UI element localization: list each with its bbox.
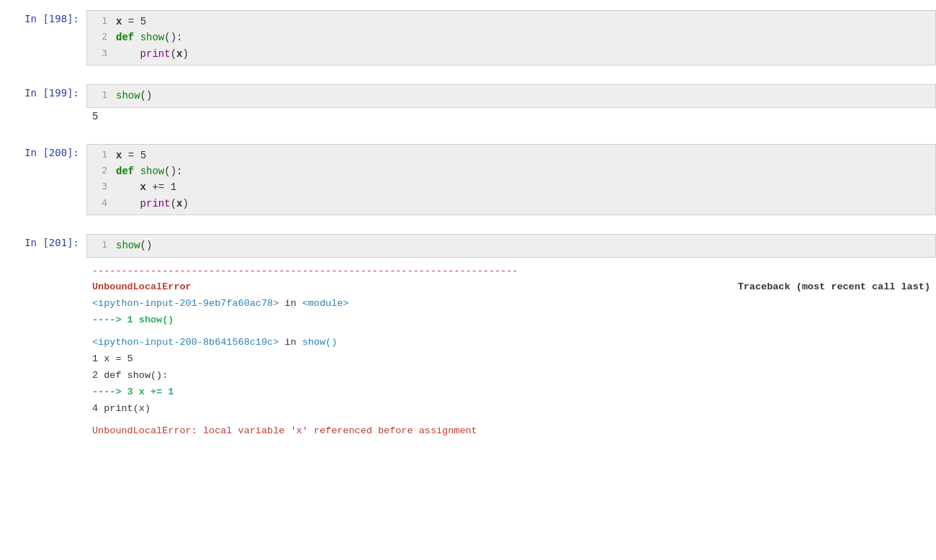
notebook: In [198]: 1 x = 5 2 def show(): 3 print(… xyxy=(0,7,936,560)
tb-line-2-text: 2 def show(): xyxy=(92,370,168,381)
error-link-2: <ipython-input-200-8b641568c19c> xyxy=(92,337,279,348)
cell-label-198: In [198]: xyxy=(0,10,86,24)
cell-198: In [198]: 1 x = 5 2 def show(): 3 print(… xyxy=(0,7,936,68)
line-num: 2 xyxy=(93,30,107,45)
code-line: 1 x = 5 xyxy=(93,148,930,163)
line-num: 1 xyxy=(93,88,107,103)
in-text-1: in xyxy=(279,298,302,309)
spacer xyxy=(0,76,936,81)
code-text: show() xyxy=(116,238,152,253)
error-type-label: UnboundLocalError xyxy=(92,279,192,296)
code-line: 3 x += 1 xyxy=(93,179,930,195)
code-text: x = 5 xyxy=(116,14,146,30)
line-num: 1 xyxy=(93,14,107,29)
code-line: 2 def show(): xyxy=(93,30,930,45)
tb-arrow-text: ----> 3 x += 1 xyxy=(92,387,174,397)
code-block-198[interactable]: 1 x = 5 2 def show(): 3 print(x) xyxy=(86,10,936,66)
code-text: print(x) xyxy=(116,46,189,62)
cell-content-198: 1 x = 5 2 def show(): 3 print(x) xyxy=(86,10,936,66)
line-num: 1 xyxy=(93,148,107,163)
code-block-200[interactable]: 1 x = 5 2 def show(): 3 x += 1 4 print(x… xyxy=(86,144,936,216)
show-func-label: show() xyxy=(302,337,338,348)
error-header: UnboundLocalError Traceback (most recent… xyxy=(92,279,930,296)
tb-line-2: 2 def show(): xyxy=(92,368,930,384)
code-line: 2 def show(): xyxy=(93,163,930,179)
code-line: 1 show() xyxy=(93,238,930,253)
code-text: x += 1 xyxy=(116,179,176,195)
code-text: x = 5 xyxy=(116,148,146,163)
cell-201: In [201]: 1 show() ---------------------… xyxy=(0,231,936,448)
cell-label-201: In [201]: xyxy=(0,234,86,248)
cell-content-199: 1 show() 5 xyxy=(86,84,936,125)
cell-200: In [200]: 1 x = 5 2 def show(): 3 x += 1… xyxy=(0,141,936,219)
code-text: def show(): xyxy=(116,30,182,45)
tb-line-4-text: 4 print(x) xyxy=(92,403,150,414)
error-output: ----------------------------------------… xyxy=(86,258,936,446)
in-text-2: in xyxy=(279,337,302,348)
line-num: 3 xyxy=(93,179,107,194)
final-error-text: UnboundLocalError: local variable 'x' re… xyxy=(92,425,477,436)
final-error-line: UnboundLocalError: local variable 'x' re… xyxy=(92,423,930,440)
code-block-199[interactable]: 1 show() xyxy=(86,84,936,107)
line-num: 4 xyxy=(93,196,107,211)
output-block-199: 5 xyxy=(86,108,936,125)
arrow-1: ----> 1 show() xyxy=(92,315,174,325)
error-divider: ----------------------------------------… xyxy=(92,263,930,280)
cell-content-201: 1 show() -------------------------------… xyxy=(86,234,936,446)
error-location-1: <ipython-input-201-9eb7fa60ac78> in <mod… xyxy=(92,296,930,312)
tb-arrow-line: ----> 3 x += 1 xyxy=(92,384,930,401)
cell-199: In [199]: 1 show() 5 xyxy=(0,81,936,127)
spacer-small xyxy=(92,329,930,335)
code-line: 1 x = 5 xyxy=(93,14,930,30)
error-link-1: <ipython-input-201-9eb7fa60ac78> xyxy=(92,298,279,309)
line-num: 2 xyxy=(93,163,107,179)
cell-label-200: In [200]: xyxy=(0,144,86,158)
spacer-small-2 xyxy=(92,417,930,423)
module-label: <module> xyxy=(302,298,349,309)
line-num: 1 xyxy=(93,238,107,253)
line-num: 3 xyxy=(93,46,107,61)
tb-line-1: 1 x = 5 xyxy=(92,351,930,368)
code-line: 4 print(x) xyxy=(93,196,930,212)
tb-line-4: 4 print(x) xyxy=(92,401,930,417)
spacer xyxy=(0,135,936,141)
code-text: print(x) xyxy=(116,196,189,212)
cell-content-200: 1 x = 5 2 def show(): 3 x += 1 4 print(x… xyxy=(86,144,936,216)
error-location-2: <ipython-input-200-8b641568c19c> in show… xyxy=(92,335,930,351)
code-text: show() xyxy=(116,88,152,104)
spacer xyxy=(0,225,936,231)
tb-line-1-text: 1 x = 5 xyxy=(92,353,133,364)
code-line: 1 show() xyxy=(93,88,930,104)
code-text: def show(): xyxy=(116,163,182,179)
code-line: 3 print(x) xyxy=(93,46,930,62)
traceback-label: Traceback (most recent call last) xyxy=(738,279,930,296)
error-arrow-line-1: ----> 1 show() xyxy=(92,312,930,329)
cell-label-199: In [199]: xyxy=(0,84,86,99)
code-block-201[interactable]: 1 show() xyxy=(86,234,936,257)
